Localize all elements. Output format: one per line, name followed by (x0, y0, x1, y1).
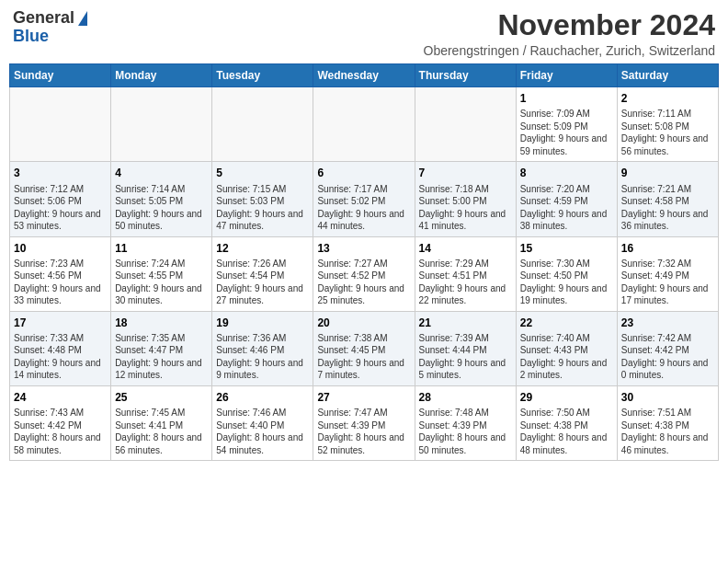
calendar-day: 1Sunrise: 7:09 AM Sunset: 5:09 PM Daylig… (516, 87, 617, 162)
calendar-day (313, 87, 415, 162)
day-number: 12 (216, 241, 309, 256)
logo-triangle-icon (78, 11, 87, 26)
day-info: Sunrise: 7:36 AM Sunset: 4:46 PM Dayligh… (216, 332, 309, 382)
day-info: Sunrise: 7:40 AM Sunset: 4:43 PM Dayligh… (520, 332, 613, 382)
calendar-day: 17Sunrise: 7:33 AM Sunset: 4:48 PM Dayli… (10, 311, 111, 385)
day-info: Sunrise: 7:43 AM Sunset: 4:42 PM Dayligh… (14, 407, 107, 456)
day-number: 15 (520, 241, 613, 256)
day-number: 21 (419, 316, 512, 330)
calendar-day (10, 87, 111, 162)
calendar-day: 23Sunrise: 7:42 AM Sunset: 4:42 PM Dayli… (617, 311, 718, 385)
day-info: Sunrise: 7:21 AM Sunset: 4:58 PM Dayligh… (621, 183, 714, 233)
calendar-day: 30Sunrise: 7:51 AM Sunset: 4:38 PM Dayli… (617, 385, 718, 460)
calendar-day: 19Sunrise: 7:36 AM Sunset: 4:46 PM Dayli… (212, 311, 313, 385)
day-number: 1 (520, 91, 613, 106)
day-number: 14 (419, 241, 512, 256)
weekday-header-monday: Monday (111, 64, 212, 87)
weekday-header-wednesday: Wednesday (313, 64, 415, 87)
day-number: 11 (115, 241, 208, 256)
weekday-header-saturday: Saturday (617, 64, 718, 87)
day-info: Sunrise: 7:32 AM Sunset: 4:49 PM Dayligh… (621, 258, 714, 307)
calendar-day: 27Sunrise: 7:47 AM Sunset: 4:39 PM Dayli… (313, 385, 415, 460)
page-header: General Blue November 2024 Oberengstring… (9, 9, 719, 58)
calendar-day: 22Sunrise: 7:40 AM Sunset: 4:43 PM Dayli… (516, 311, 617, 385)
month-title: November 2024 (424, 9, 716, 41)
day-number: 13 (317, 241, 410, 256)
day-info: Sunrise: 7:50 AM Sunset: 4:38 PM Dayligh… (520, 407, 613, 456)
calendar-week-row: 17Sunrise: 7:33 AM Sunset: 4:48 PM Dayli… (10, 311, 719, 385)
day-info: Sunrise: 7:35 AM Sunset: 4:47 PM Dayligh… (115, 332, 208, 382)
weekday-header-tuesday: Tuesday (212, 64, 313, 87)
calendar-day: 15Sunrise: 7:30 AM Sunset: 4:50 PM Dayli… (516, 236, 617, 311)
day-number: 10 (14, 241, 107, 256)
day-info: Sunrise: 7:20 AM Sunset: 4:59 PM Dayligh… (520, 183, 613, 233)
day-number: 7 (419, 166, 512, 180)
day-info: Sunrise: 7:11 AM Sunset: 5:08 PM Dayligh… (621, 108, 714, 157)
day-number: 2 (621, 91, 714, 106)
day-number: 3 (14, 166, 107, 180)
day-info: Sunrise: 7:09 AM Sunset: 5:09 PM Dayligh… (520, 108, 613, 157)
calendar-day: 8Sunrise: 7:20 AM Sunset: 4:59 PM Daylig… (516, 162, 617, 236)
calendar-day: 25Sunrise: 7:45 AM Sunset: 4:41 PM Dayli… (111, 385, 212, 460)
day-number: 8 (520, 166, 613, 180)
calendar-day: 29Sunrise: 7:50 AM Sunset: 4:38 PM Dayli… (516, 385, 617, 460)
weekday-header-thursday: Thursday (415, 64, 516, 87)
day-info: Sunrise: 7:14 AM Sunset: 5:05 PM Dayligh… (115, 183, 208, 233)
logo-general-text: General (13, 9, 74, 28)
weekday-header-friday: Friday (516, 64, 617, 87)
calendar-day: 5Sunrise: 7:15 AM Sunset: 5:03 PM Daylig… (212, 162, 313, 236)
calendar-week-row: 1Sunrise: 7:09 AM Sunset: 5:09 PM Daylig… (10, 87, 719, 162)
day-number: 9 (621, 166, 714, 180)
day-number: 25 (115, 390, 208, 405)
day-info: Sunrise: 7:46 AM Sunset: 4:40 PM Dayligh… (216, 407, 309, 456)
day-info: Sunrise: 7:48 AM Sunset: 4:39 PM Dayligh… (419, 407, 512, 456)
calendar-day: 11Sunrise: 7:24 AM Sunset: 4:55 PM Dayli… (111, 236, 212, 311)
day-number: 27 (317, 390, 410, 405)
day-info: Sunrise: 7:23 AM Sunset: 4:56 PM Dayligh… (14, 258, 107, 307)
calendar-day: 20Sunrise: 7:38 AM Sunset: 4:45 PM Dayli… (313, 311, 415, 385)
day-number: 22 (520, 316, 613, 330)
calendar-week-row: 24Sunrise: 7:43 AM Sunset: 4:42 PM Dayli… (10, 385, 719, 460)
calendar-day: 18Sunrise: 7:35 AM Sunset: 4:47 PM Dayli… (111, 311, 212, 385)
day-number: 26 (216, 390, 309, 405)
day-number: 19 (216, 316, 309, 330)
calendar-day (111, 87, 212, 162)
location-subtitle: Oberengstringen / Rauchacher, Zurich, Sw… (424, 43, 716, 58)
day-info: Sunrise: 7:27 AM Sunset: 4:52 PM Dayligh… (317, 258, 410, 307)
calendar-day: 3Sunrise: 7:12 AM Sunset: 5:06 PM Daylig… (10, 162, 111, 236)
day-number: 18 (115, 316, 208, 330)
day-info: Sunrise: 7:15 AM Sunset: 5:03 PM Dayligh… (216, 183, 309, 233)
day-info: Sunrise: 7:45 AM Sunset: 4:41 PM Dayligh… (115, 407, 208, 456)
title-area: November 2024 Oberengstringen / Rauchach… (424, 9, 716, 58)
calendar-day: 28Sunrise: 7:48 AM Sunset: 4:39 PM Dayli… (415, 385, 516, 460)
day-number: 17 (14, 316, 107, 330)
calendar-day: 14Sunrise: 7:29 AM Sunset: 4:51 PM Dayli… (415, 236, 516, 311)
weekday-header-sunday: Sunday (10, 64, 111, 87)
logo: General Blue (13, 9, 87, 46)
day-info: Sunrise: 7:30 AM Sunset: 4:50 PM Dayligh… (520, 258, 613, 307)
day-info: Sunrise: 7:51 AM Sunset: 4:38 PM Dayligh… (621, 407, 714, 456)
calendar-table: SundayMondayTuesdayWednesdayThursdayFrid… (9, 63, 719, 461)
day-number: 20 (317, 316, 410, 330)
day-info: Sunrise: 7:17 AM Sunset: 5:02 PM Dayligh… (317, 183, 410, 233)
calendar-day (415, 87, 516, 162)
calendar-day: 21Sunrise: 7:39 AM Sunset: 4:44 PM Dayli… (415, 311, 516, 385)
day-number: 29 (520, 390, 613, 405)
day-info: Sunrise: 7:12 AM Sunset: 5:06 PM Dayligh… (14, 183, 107, 233)
calendar-day: 16Sunrise: 7:32 AM Sunset: 4:49 PM Dayli… (617, 236, 718, 311)
day-number: 4 (115, 166, 208, 180)
calendar-day (212, 87, 313, 162)
calendar-day: 26Sunrise: 7:46 AM Sunset: 4:40 PM Dayli… (212, 385, 313, 460)
calendar-day: 7Sunrise: 7:18 AM Sunset: 5:00 PM Daylig… (415, 162, 516, 236)
calendar-day: 10Sunrise: 7:23 AM Sunset: 4:56 PM Dayli… (10, 236, 111, 311)
day-info: Sunrise: 7:24 AM Sunset: 4:55 PM Dayligh… (115, 258, 208, 307)
day-number: 6 (317, 166, 410, 180)
day-info: Sunrise: 7:18 AM Sunset: 5:00 PM Dayligh… (419, 183, 512, 233)
day-info: Sunrise: 7:26 AM Sunset: 4:54 PM Dayligh… (216, 258, 309, 307)
calendar-day: 6Sunrise: 7:17 AM Sunset: 5:02 PM Daylig… (313, 162, 415, 236)
calendar-week-row: 3Sunrise: 7:12 AM Sunset: 5:06 PM Daylig… (10, 162, 719, 236)
day-number: 24 (14, 390, 107, 405)
calendar-day: 12Sunrise: 7:26 AM Sunset: 4:54 PM Dayli… (212, 236, 313, 311)
day-info: Sunrise: 7:42 AM Sunset: 4:42 PM Dayligh… (621, 332, 714, 382)
calendar-week-row: 10Sunrise: 7:23 AM Sunset: 4:56 PM Dayli… (10, 236, 719, 311)
